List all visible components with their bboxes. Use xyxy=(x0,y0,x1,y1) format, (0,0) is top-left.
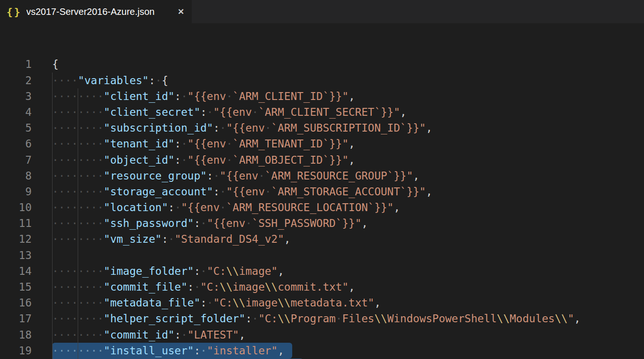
token-ws: · xyxy=(207,297,213,309)
token-ws: · xyxy=(181,329,188,341)
token-p: , xyxy=(426,122,432,134)
code-text: ········"commit_file":·"C:\\image\\commi… xyxy=(52,281,355,293)
code-content[interactable]: ········"subscription_id":·"{{env·`ARM_S… xyxy=(32,120,644,136)
code-line[interactable]: 9········"storage_account":·"{{env·`ARM_… xyxy=(0,184,644,199)
token-p: : xyxy=(174,90,181,102)
line-number[interactable]: 7 xyxy=(0,152,32,168)
line-number[interactable]: 4 xyxy=(0,104,32,120)
code-content[interactable]: ········"image_folder":·"C:\\image", xyxy=(32,263,644,279)
token-key: "variables" xyxy=(78,74,148,86)
token-p: , xyxy=(426,186,432,198)
token-str: "C: xyxy=(213,297,233,309)
code-line[interactable]: 7········"object_id":·"{{env·`ARM_OBJECT… xyxy=(0,152,644,168)
line-number[interactable]: 1 xyxy=(0,56,32,72)
line-number[interactable]: 17 xyxy=(0,311,32,326)
line-number[interactable]: 6 xyxy=(0,136,32,152)
token-str: `ARM_RESOURCE_LOCATION`}}" xyxy=(226,201,394,213)
token-ws: ···· xyxy=(52,74,78,86)
code-line[interactable]: 17········"helper_script_folder":·"C:\\P… xyxy=(0,311,644,326)
code-line[interactable]: 15········"commit_file":·"C:\\image\\com… xyxy=(0,279,644,295)
token-ws: ········ xyxy=(52,106,104,118)
line-number[interactable]: 12 xyxy=(0,231,32,247)
token-p: , xyxy=(362,217,368,229)
code-content[interactable]: ····"variables":·{ xyxy=(32,73,644,88)
line-number[interactable]: 2 xyxy=(0,73,32,88)
code-content[interactable] xyxy=(32,247,644,263)
line-number[interactable]: 10 xyxy=(0,199,32,215)
code-content[interactable]: ········"location":·"{{env·`ARM_RESOURCE… xyxy=(32,199,644,215)
token-ws: · xyxy=(245,217,252,229)
token-ws: ········ xyxy=(52,170,104,182)
code-line[interactable]: 10········"location":·"{{env·`ARM_RESOUR… xyxy=(0,199,644,215)
token-ws: · xyxy=(201,217,207,229)
code-content[interactable]: ········"storage_account":·"{{env·`ARM_S… xyxy=(32,184,644,199)
code-content[interactable]: ········"tenant_id":·"{{env·`ARM_TENANT_… xyxy=(32,136,644,152)
code-line[interactable]: 11········"ssh_password":·"{{env·`SSH_PA… xyxy=(0,215,644,231)
code-text: ········"object_id":·"{{env·`ARM_OBJECT_… xyxy=(52,154,355,166)
token-p: , xyxy=(349,90,355,102)
line-number[interactable]: 16 xyxy=(0,295,32,311)
code-content[interactable]: ········"helper_script_folder":·"C:\\Pro… xyxy=(32,311,644,326)
code-line[interactable]: 18········"commit_id":·"LATEST", xyxy=(0,327,644,343)
code-content[interactable]: ········"client_secret":·"{{env·`ARM_CLI… xyxy=(32,104,644,120)
token-str: "C: xyxy=(201,281,220,293)
line-number[interactable]: 13 xyxy=(0,247,32,263)
code-content[interactable]: ········"commit_id":·"LATEST", xyxy=(32,327,644,343)
token-str: "LATEST" xyxy=(188,329,239,341)
token-esc: \\ xyxy=(233,297,246,309)
line-number[interactable]: 19 xyxy=(0,343,32,359)
token-ws: · xyxy=(174,201,181,213)
tab-file[interactable]: {} vs2017-Server2016-Azure.json ✕ xyxy=(0,0,192,23)
line-number[interactable]: 5 xyxy=(0,120,32,136)
code-line[interactable]: 13 xyxy=(0,247,644,263)
code-line[interactable]: 8········"resource_group":·"{{env·`ARM_R… xyxy=(0,168,644,184)
code-content[interactable]: ········"vm_size":·"Standard_DS4_v2", xyxy=(32,231,644,247)
line-number[interactable]: 11 xyxy=(0,215,32,231)
token-esc: \\ xyxy=(226,265,239,277)
close-tab-icon[interactable]: ✕ xyxy=(178,7,184,17)
token-str: "{{env xyxy=(188,154,226,166)
line-number[interactable]: 15 xyxy=(0,279,32,295)
token-p: : xyxy=(174,138,181,150)
code-content[interactable]: ········"client_id":·"{{env·`ARM_CLIENT_… xyxy=(32,88,644,104)
vscode-window: {} vs2017-Server2016-Azure.json ✕ 1{2···… xyxy=(0,0,644,359)
code-line[interactable]: 19········"install_user":·"installer", xyxy=(0,343,644,359)
token-p: : xyxy=(149,74,155,86)
token-p: , xyxy=(374,297,381,309)
code-line[interactable]: 5········"subscription_id":·"{{env·`ARM_… xyxy=(0,120,644,136)
token-key: "metadata_file" xyxy=(104,297,201,309)
token-ws: · xyxy=(226,154,233,166)
token-str: WindowsPowerShell xyxy=(387,312,496,325)
token-ws: ········ xyxy=(52,297,104,309)
token-ws: ········ xyxy=(52,90,104,102)
code-line[interactable]: 1{ xyxy=(0,56,644,72)
code-content[interactable]: ········"commit_file":·"C:\\image\\commi… xyxy=(32,279,644,295)
line-number[interactable]: 9 xyxy=(0,184,32,199)
token-ws: ········ xyxy=(52,217,104,229)
line-number[interactable]: 3 xyxy=(0,88,32,104)
code-line[interactable]: 6········"tenant_id":·"{{env·`ARM_TENANT… xyxy=(0,136,644,152)
code-line[interactable]: 3········"client_id":·"{{env·`ARM_CLIENT… xyxy=(0,88,644,104)
line-number[interactable]: 18 xyxy=(0,327,32,343)
code-line[interactable]: 16········"metadata_file":·"C:\\image\\m… xyxy=(0,295,644,311)
token-ws: · xyxy=(258,170,265,182)
token-key: "commit_file" xyxy=(104,281,188,293)
code-content[interactable]: ········"object_id":·"{{env·`ARM_OBJECT_… xyxy=(32,152,644,168)
token-p: { xyxy=(161,74,168,86)
code-text: ········"metadata_file":·"C:\\image\\met… xyxy=(52,297,381,309)
code-line[interactable]: 4········"client_secret":·"{{env·`ARM_CL… xyxy=(0,104,644,120)
code-content[interactable]: ········"metadata_file":·"C:\\image\\met… xyxy=(32,295,644,311)
line-number[interactable]: 8 xyxy=(0,168,32,184)
code-content[interactable]: ········"install_user":·"installer", xyxy=(32,343,644,359)
code-line[interactable]: 14········"image_folder":·"C:\\image", xyxy=(0,263,644,279)
code-content[interactable]: ········"ssh_password":·"{{env·`SSH_PASS… xyxy=(32,215,644,231)
code-content[interactable]: { xyxy=(32,56,644,72)
token-str: `ARM_OBJECT_ID`}}" xyxy=(233,154,349,166)
token-p: , xyxy=(349,154,355,166)
line-number[interactable]: 14 xyxy=(0,263,32,279)
token-ws: · xyxy=(226,138,233,150)
code-line[interactable]: 2····"variables":·{ xyxy=(0,73,644,88)
code-content[interactable]: ········"resource_group":·"{{env·`ARM_RE… xyxy=(32,168,644,184)
code-line[interactable]: 12········"vm_size":·"Standard_DS4_v2", xyxy=(0,231,644,247)
code-editor[interactable]: 1{2····"variables":·{3········"client_id… xyxy=(0,23,644,359)
